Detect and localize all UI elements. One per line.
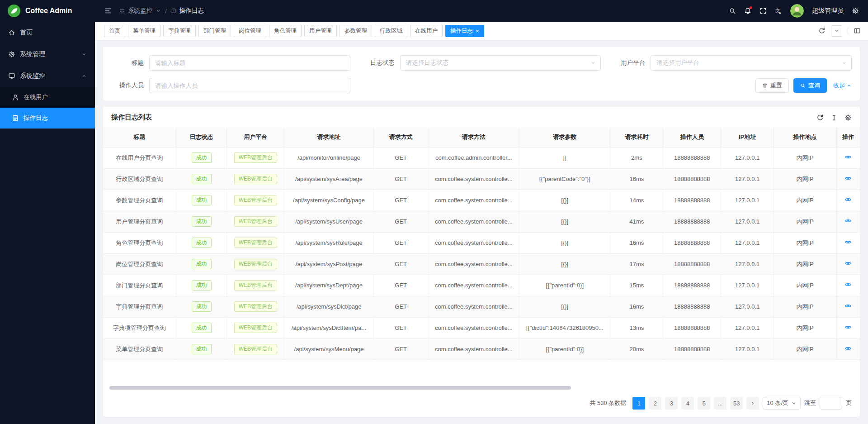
- tab-post-management[interactable]: 岗位管理: [234, 25, 266, 37]
- logo-leaf-icon: [7, 4, 21, 18]
- tab-menu-management[interactable]: 菜单管理: [128, 25, 160, 37]
- table-row: 菜单管理分页查询 成功 WEB管理后台 /api/system/sysMenu/…: [103, 338, 860, 360]
- next-page-button[interactable]: [746, 397, 759, 410]
- search-button[interactable]: 查询: [793, 78, 827, 93]
- view-detail-icon[interactable]: [844, 153, 852, 161]
- sidebar-item-system-management[interactable]: 系统管理: [0, 43, 95, 65]
- page-button-4[interactable]: 4: [681, 397, 694, 410]
- column-header: 用户平台: [227, 127, 284, 147]
- search-icon[interactable]: [729, 7, 736, 14]
- app-logo[interactable]: Coffee Admin: [0, 0, 95, 22]
- translate-icon[interactable]: [775, 7, 782, 14]
- cell-duration: 13ms: [610, 317, 663, 338]
- sidebar-item-online-users[interactable]: 在线用户: [0, 87, 95, 108]
- cell-title: 在线用户分页查询: [103, 147, 176, 168]
- scrollbar-thumb[interactable]: [109, 386, 571, 390]
- cell-actions: [836, 147, 860, 168]
- cell-status: 成功: [176, 168, 227, 190]
- chevron-up-icon: [81, 73, 87, 79]
- view-detail-icon[interactable]: [844, 302, 852, 310]
- sidebar-item-home[interactable]: 首页: [0, 22, 95, 43]
- reset-button[interactable]: 重置: [755, 78, 789, 93]
- operator-input[interactable]: [149, 78, 350, 93]
- horizontal-scrollbar[interactable]: [109, 386, 854, 391]
- page-button-3[interactable]: 3: [665, 397, 678, 410]
- cell-platform: WEB管理后台: [227, 211, 284, 232]
- refresh-table-icon[interactable]: [816, 114, 824, 121]
- fullscreen-icon[interactable]: [760, 7, 767, 14]
- tab-role-management[interactable]: 角色管理: [269, 25, 302, 37]
- tab-area-management[interactable]: 行政区域: [375, 25, 407, 37]
- cell-duration: 16ms: [610, 232, 663, 253]
- cell-duration: 14ms: [610, 190, 663, 211]
- tab-home[interactable]: 首页: [104, 25, 125, 37]
- tab-menu-dropdown[interactable]: [831, 25, 842, 37]
- jump-page-input[interactable]: [820, 397, 842, 410]
- page-button-5[interactable]: 5: [698, 397, 710, 410]
- column-header: 操作人员: [663, 127, 721, 147]
- cell-url: /api/system/sysMenu/page: [284, 338, 373, 360]
- cell-duration: 17ms: [610, 253, 663, 275]
- collapse-sidebar-icon[interactable]: [104, 7, 112, 15]
- user-platform-select[interactable]: 请选择用户平台: [651, 55, 852, 71]
- page-button-2[interactable]: 2: [649, 397, 661, 410]
- tab-operation-log[interactable]: 操作日志 ×: [445, 25, 484, 37]
- sidebar-item-label: 系统管理: [20, 50, 45, 58]
- cell-actions: [836, 211, 860, 232]
- sidebar-item-system-monitor[interactable]: 系统监控: [0, 65, 95, 87]
- view-detail-icon[interactable]: [844, 324, 852, 331]
- tab-config-management[interactable]: 参数管理: [340, 25, 372, 37]
- cell-location: 内网IP: [774, 275, 836, 296]
- page-content: 标题 日志状态 请选择日志状态 用户平台 请选择用户平台: [95, 40, 868, 424]
- view-detail-icon[interactable]: [844, 217, 852, 224]
- table-row: 用户管理分页查询 成功 WEB管理后台 /api/system/sysUser/…: [103, 211, 860, 232]
- cell-function: com.coffee.system.controlle...: [428, 275, 519, 296]
- avatar[interactable]: [790, 4, 804, 18]
- app-title: Coffee Admin: [25, 7, 72, 15]
- page-button-53[interactable]: 53: [730, 397, 743, 410]
- cell-params: []: [519, 147, 610, 168]
- log-status-select[interactable]: 请选择日志状态: [400, 55, 601, 71]
- tab-user-management[interactable]: 用户管理: [304, 25, 337, 37]
- view-detail-icon[interactable]: [844, 260, 852, 267]
- sidebar-menu: 首页 系统管理 系统监控 在线用户 操作日志: [0, 22, 95, 424]
- sidebar-item-operation-log[interactable]: 操作日志: [0, 108, 95, 129]
- refresh-tabs-icon[interactable]: [818, 27, 826, 34]
- cell-ip: 127.0.0.1: [721, 168, 774, 190]
- tab-dict-management[interactable]: 字典管理: [163, 25, 196, 37]
- title-input[interactable]: [149, 55, 350, 71]
- cell-title: 字典管理分页查询: [103, 296, 176, 317]
- cell-actions: [836, 190, 860, 211]
- tab-online-users[interactable]: 在线用户: [410, 25, 443, 37]
- view-detail-icon[interactable]: [844, 196, 852, 203]
- cell-status: 成功: [176, 211, 227, 232]
- page-button-1[interactable]: 1: [632, 397, 645, 410]
- close-tab-icon[interactable]: ×: [476, 28, 479, 34]
- sidebar: Coffee Admin 首页 系统管理 系统监控 在线用户 操作日志: [0, 0, 95, 424]
- cell-params: [{}]: [519, 253, 610, 275]
- column-settings-icon[interactable]: [844, 114, 852, 121]
- page-ellipsis[interactable]: ...: [714, 397, 726, 410]
- cell-operator: 18888888888: [663, 211, 721, 232]
- view-detail-icon[interactable]: [844, 281, 852, 288]
- page-size-select[interactable]: 10 条/页: [763, 397, 801, 410]
- breadcrumb-parent[interactable]: 系统监控: [128, 7, 152, 15]
- settings-gear-icon[interactable]: [852, 7, 859, 14]
- cell-ip: 127.0.0.1: [721, 147, 774, 168]
- tab-dept-management[interactable]: 部门管理: [198, 25, 231, 37]
- collapse-filter-link[interactable]: 收起: [833, 81, 852, 90]
- view-detail-icon[interactable]: [844, 238, 852, 246]
- cell-ip: 127.0.0.1: [721, 211, 774, 232]
- column-header: 请求耗时: [610, 127, 663, 147]
- platform-badge: WEB管理后台: [234, 280, 277, 290]
- cell-title: 部门管理分页查询: [103, 275, 176, 296]
- view-detail-icon[interactable]: [844, 175, 852, 182]
- cell-method: GET: [373, 296, 428, 317]
- username[interactable]: 超级管理员: [812, 7, 844, 15]
- cell-ip: 127.0.0.1: [721, 253, 774, 275]
- cell-operator: 18888888888: [663, 275, 721, 296]
- row-density-icon[interactable]: [830, 114, 838, 121]
- layout-panel-icon[interactable]: [854, 27, 861, 34]
- notifications-button[interactable]: [744, 7, 751, 14]
- view-detail-icon[interactable]: [844, 345, 852, 352]
